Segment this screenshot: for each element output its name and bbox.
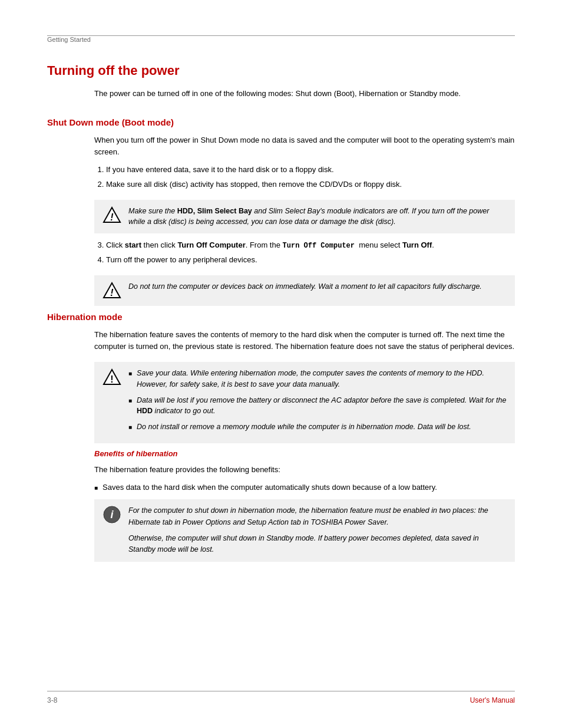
benefits-section: Benefits of hibernation The hibernation … [47, 449, 515, 568]
hibernation-section: Hibernation mode The hibernation feature… [47, 312, 515, 449]
step-3-mono: Turn Off Computer [283, 242, 355, 250]
warning-1-bold: HDD, Slim Select Bay [177, 207, 252, 215]
warning-1-text: Make sure the HDD, Slim Select Bay and S… [128, 206, 507, 228]
footer-page-number: 3-8 [47, 696, 57, 704]
hibernation-bullet-3-text: Do not install or remove a memory module… [137, 421, 471, 433]
step-3: Click start then click Turn Off Computer… [106, 239, 515, 252]
warning-2-content: Do not turn the computer or devices back… [128, 281, 507, 292]
hibernation-warning-box: ! Save your data. While entering hiberna… [94, 362, 515, 443]
shut-down-steps-2: Click start then click Turn Off Computer… [106, 239, 515, 266]
warning-2-text: Do not turn the computer or devices back… [128, 281, 507, 292]
shut-down-steps-1: If you have entered data, save it to the… [106, 164, 515, 190]
info-icon: i [103, 505, 121, 524]
warning-icon-1: ! [103, 206, 121, 225]
step-4: Turn off the power to any peripheral dev… [106, 254, 515, 266]
benefits-intro: The hibernation feature provides the fol… [94, 464, 515, 476]
shut-down-content: When you turn off the power in Shut Down… [94, 134, 515, 190]
hibernation-bullet-2: Data will be lost if you remove the batt… [128, 395, 507, 417]
hibernation-title: Hibernation mode [47, 312, 515, 322]
benefits-bullet-1-text: Saves data to the hard disk when the com… [103, 482, 437, 493]
warning-icon-2: ! [103, 281, 121, 300]
shut-down-description: When you turn off the power in Shut Down… [94, 134, 515, 158]
info-box-para-2: Otherwise, the computer will shut down i… [128, 533, 507, 556]
shut-down-title: Shut Down mode (Boot mode) [47, 117, 515, 127]
page: Getting Started Turning off the power Th… [0, 0, 562, 728]
warning-box-1: ! Make sure the HDD, Slim Select Bay and… [94, 200, 515, 234]
breadcrumb: Getting Started [47, 36, 515, 43]
svg-text:!: ! [110, 212, 114, 222]
svg-text:!: ! [110, 288, 114, 298]
intro-text: The power can be turned off in one of th… [94, 88, 515, 100]
warning-1-prefix: Make sure the [128, 207, 177, 215]
shut-down-steps-2-container: Click start then click Turn Off Computer… [94, 239, 515, 266]
warning-1-content: Make sure the HDD, Slim Select Bay and S… [128, 206, 507, 228]
hibernation-description: The hibernation feature saves the conten… [94, 329, 515, 353]
info-box-para-1: For the computer to shut down in hiberna… [128, 505, 507, 528]
hibernation-bullet-1-text: Save your data. While entering hibernati… [137, 368, 507, 390]
hibernation-bullet-1: Save your data. While entering hibernati… [128, 368, 507, 390]
hibernation-bullet-3: Do not install or remove a memory module… [128, 421, 507, 433]
page-footer: 3-8 User's Manual [47, 691, 515, 704]
shut-down-section: Shut Down mode (Boot mode) When you turn… [47, 117, 515, 312]
info-box: i For the computer to shut down in hiber… [94, 499, 515, 562]
hibernation-warning-content: Save your data. While entering hibernati… [128, 368, 507, 437]
hibernation-content: The hibernation feature saves the conten… [94, 329, 515, 353]
header-divider: Getting Started [47, 35, 515, 49]
step-3-link: Turn Off Computer [177, 241, 245, 249]
hibernation-bullet-2-text: Data will be lost if you remove the batt… [137, 395, 507, 417]
intro-paragraph: The power can be turned off in one of th… [94, 88, 515, 106]
footer-manual-label: User's Manual [470, 696, 515, 704]
step-2: Make sure all disk (disc) activity has s… [106, 179, 515, 190]
page-title: Turning off the power [47, 63, 515, 78]
benefits-bullet-1: Saves data to the hard disk when the com… [94, 482, 515, 493]
benefits-title: Benefits of hibernation [94, 449, 515, 458]
warning-box-2: ! Do not turn the computer or devices ba… [94, 275, 515, 306]
hibernation-bullet-list: Save your data. While entering hibernati… [128, 368, 507, 433]
hibernation-warning-icon: ! [103, 368, 121, 387]
svg-text:!: ! [110, 374, 113, 384]
step-3-bold: Turn Off [402, 241, 432, 249]
step-3-start: start [125, 241, 141, 249]
step-1: If you have entered data, save it to the… [106, 164, 515, 176]
info-box-content: For the computer to shut down in hiberna… [128, 505, 507, 556]
benefits-bullet-list: Saves data to the hard disk when the com… [94, 482, 515, 493]
